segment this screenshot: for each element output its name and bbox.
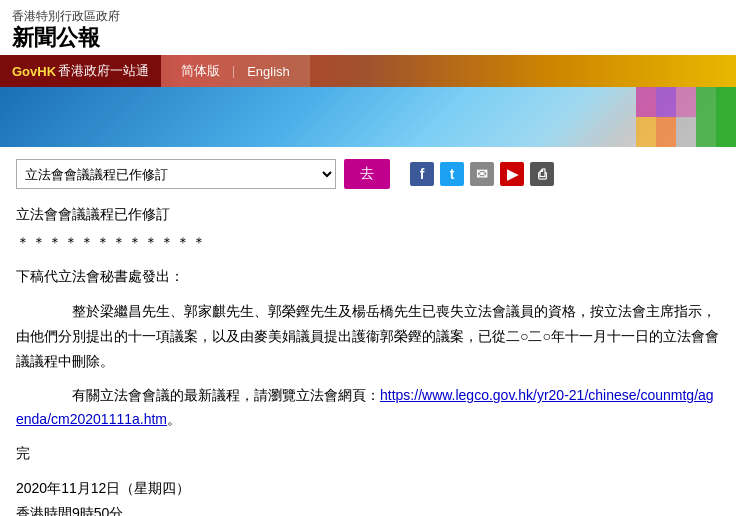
article: 立法會會議議程已作修訂 ＊＊＊＊＊＊＊＊＊＊＊＊ 下稿代立法會秘書處發出： 整於… <box>16 203 720 516</box>
content: 立法會會議議程已作修訂 去 f t ✉ ▶ ⎙ 立法會會議議程已作修訂 ＊＊＊＊… <box>0 147 736 516</box>
facebook-icon[interactable]: f <box>410 162 434 186</box>
portal-label: 香港政府一站通 <box>58 62 149 80</box>
article-subtitle: 下稿代立法會秘書處發出： <box>16 265 720 289</box>
twitter-icon[interactable]: t <box>440 162 464 186</box>
site-title: 新聞公報 <box>12 25 724 51</box>
search-bar: 立法會會議議程已作修訂 去 f t ✉ ▶ ⎙ <box>16 159 720 189</box>
social-icons: f t ✉ ▶ ⎙ <box>410 162 554 186</box>
youtube-icon[interactable]: ▶ <box>500 162 524 186</box>
email-icon[interactable]: ✉ <box>470 162 494 186</box>
banner <box>0 87 736 147</box>
print-icon[interactable]: ⎙ <box>530 162 554 186</box>
article-body-2-text: 有關立法會會議的最新議程，請瀏覽立法會網頁： <box>44 387 380 403</box>
svg-rect-6 <box>656 117 676 147</box>
simplified-chinese-link[interactable]: 简体版 <box>169 55 232 87</box>
govhk-portal-button[interactable]: GovHK 香港政府一站通 <box>0 55 161 87</box>
article-select[interactable]: 立法會會議議程已作修訂 <box>16 159 336 189</box>
gov-name: 香港特別行政區政府 <box>12 8 724 25</box>
svg-rect-5 <box>636 117 656 147</box>
header: 香港特別行政區政府 新聞公報 <box>0 0 736 55</box>
article-stars: ＊＊＊＊＊＊＊＊＊＊＊＊ <box>16 231 720 255</box>
govhk-label: GovHK <box>12 64 56 79</box>
svg-rect-2 <box>676 87 696 117</box>
svg-rect-4 <box>716 87 736 147</box>
banner-decoration <box>636 87 736 147</box>
link-suffix: 。 <box>167 411 181 427</box>
nav-links: 简体版 | English <box>161 55 310 87</box>
svg-rect-1 <box>656 87 676 117</box>
svg-rect-3 <box>696 87 716 147</box>
go-button[interactable]: 去 <box>344 159 390 189</box>
article-date: 2020年11月12日（星期四） <box>16 476 720 501</box>
article-title: 立法會會議議程已作修訂 <box>16 203 720 227</box>
article-body-1: 整於梁繼昌先生、郭家麒先生、郭榮鏗先生及楊岳橋先生已喪失立法會議員的資格，按立法… <box>16 299 720 375</box>
svg-rect-0 <box>636 87 656 117</box>
navbar: GovHK 香港政府一站通 简体版 | English <box>0 55 736 87</box>
svg-rect-7 <box>676 117 696 147</box>
article-time: 香港時間9時50分 <box>16 501 720 516</box>
english-link[interactable]: English <box>235 55 302 87</box>
article-end: 完 <box>16 442 720 466</box>
article-body-2: 有關立法會會議的最新議程，請瀏覽立法會網頁：https://www.legco.… <box>16 384 720 432</box>
